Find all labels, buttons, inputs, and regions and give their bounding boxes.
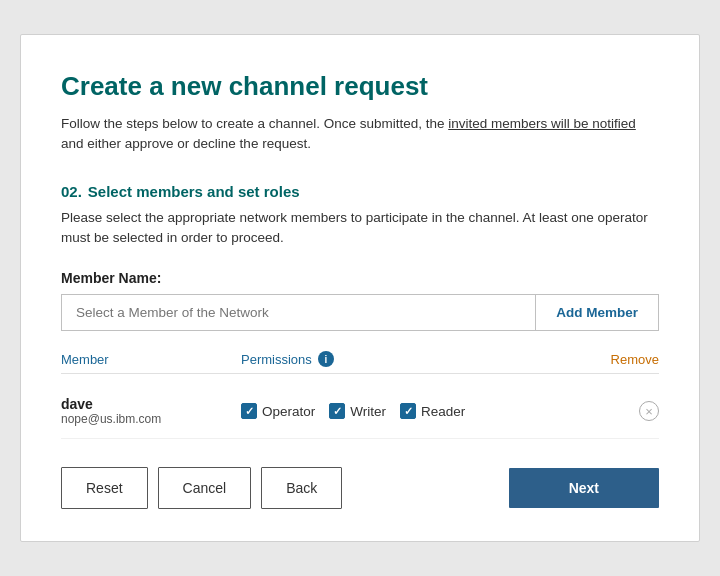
remove-circle-icon: × [639, 401, 659, 421]
remove-cell: × [589, 401, 659, 421]
col-member-header: Member [61, 352, 241, 367]
cancel-button[interactable]: Cancel [158, 467, 252, 509]
step-heading: 02.Select members and set roles [61, 183, 659, 200]
member-input-row: Add Member [61, 294, 659, 331]
member-name: dave [61, 396, 241, 412]
member-select-input[interactable] [61, 294, 535, 331]
writer-checkbox[interactable] [329, 403, 345, 419]
remove-member-button[interactable]: × [589, 401, 659, 421]
operator-checkbox-item[interactable]: Operator [241, 403, 315, 419]
operator-label: Operator [262, 404, 315, 419]
col-permissions-header: Permissions i [241, 351, 589, 367]
table-row: dave nope@us.ibm.com Operator Writer Rea… [61, 384, 659, 439]
add-member-button[interactable]: Add Member [535, 294, 659, 331]
member-name-label: Member Name: [61, 270, 659, 286]
permissions-cell: Operator Writer Reader [241, 403, 589, 419]
footer-buttons: Reset Cancel Back Next [61, 467, 659, 509]
writer-label: Writer [350, 404, 386, 419]
operator-checkbox[interactable] [241, 403, 257, 419]
back-button[interactable]: Back [261, 467, 342, 509]
step-section: 02.Select members and set roles Please s… [61, 183, 659, 249]
reader-label: Reader [421, 404, 465, 419]
page-description: Follow the steps below to create a chann… [61, 114, 659, 155]
col-remove-header: Remove [589, 352, 659, 367]
writer-checkbox-item[interactable]: Writer [329, 403, 386, 419]
member-info: dave nope@us.ibm.com [61, 396, 241, 426]
reader-checkbox-item[interactable]: Reader [400, 403, 465, 419]
permissions-info-icon[interactable]: i [318, 351, 334, 367]
page-title: Create a new channel request [61, 71, 659, 102]
reader-checkbox[interactable] [400, 403, 416, 419]
step-description: Please select the appropriate network me… [61, 208, 659, 249]
table-header: Member Permissions i Remove [61, 351, 659, 374]
member-email: nope@us.ibm.com [61, 412, 241, 426]
next-button[interactable]: Next [509, 468, 659, 508]
reset-button[interactable]: Reset [61, 467, 148, 509]
channel-request-card: Create a new channel request Follow the … [20, 34, 700, 542]
